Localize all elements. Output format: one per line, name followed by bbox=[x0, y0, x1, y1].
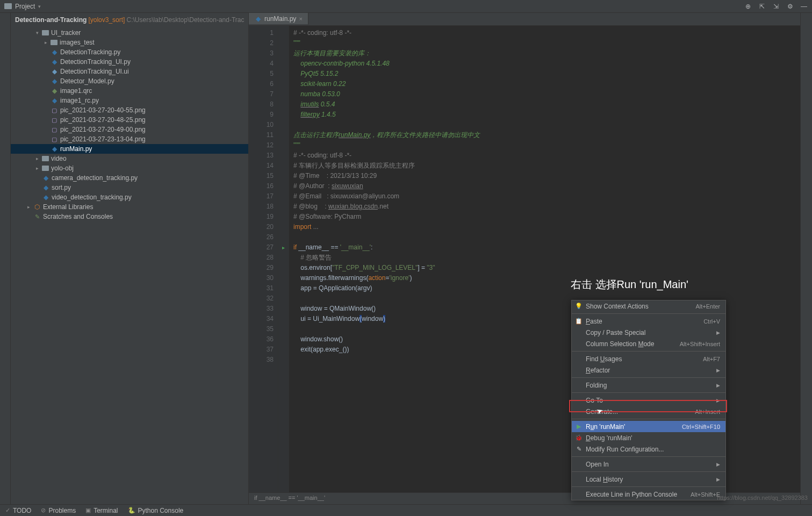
folder-icon bbox=[4, 3, 12, 9]
menu-shortcut: Alt+Shift+Insert bbox=[680, 341, 720, 347]
tree-item-label: DetectionTracking_UI.ui bbox=[60, 68, 129, 75]
tree-item-label: pic_2021-03-27-20-49-00.png bbox=[60, 126, 146, 133]
menu-item[interactable]: Open In▶ bbox=[572, 458, 725, 470]
tree-item[interactable]: pic_2021-03-27-20-40-55.png bbox=[11, 105, 248, 115]
menu-item-label: Open In bbox=[586, 461, 609, 468]
png-icon bbox=[51, 116, 58, 124]
tree-arrow-icon[interactable]: ▸ bbox=[34, 156, 40, 161]
menu-item[interactable]: 📋PasteCtrl+V bbox=[572, 316, 725, 327]
tree-item[interactable]: DetectionTracking_UI.ui bbox=[11, 67, 248, 76]
tree-arrow-icon[interactable]: ▸ bbox=[34, 166, 40, 171]
gear-icon[interactable]: ⚙ bbox=[786, 3, 794, 10]
menu-item[interactable]: ▶Run 'runMain'Ctrl+Shift+F10 bbox=[572, 421, 725, 432]
tree-item[interactable]: pic_2021-03-27-23-13-04.png bbox=[11, 134, 248, 144]
menu-item[interactable]: Column Selection ModeAlt+Shift+Insert bbox=[572, 338, 725, 349]
menu-item[interactable]: Execute Line in Python ConsoleAlt+Shift+… bbox=[572, 489, 725, 500]
tree-item-label: yolo-obj bbox=[51, 164, 74, 172]
tree-item[interactable]: ▾UI_tracker bbox=[11, 28, 248, 38]
tree-item[interactable]: Detector_Model.py bbox=[11, 76, 248, 86]
menu-item-label: Execute Line in Python Console bbox=[586, 491, 677, 498]
menu-item[interactable]: Folding▶ bbox=[572, 379, 725, 391]
project-breadcrumb: Detection-and-Tracking [yolov3_sort] C:\… bbox=[11, 13, 248, 27]
annotation-text: 右击 选择Run 'run_Main' bbox=[571, 277, 688, 292]
tree-item[interactable]: image1.qrc bbox=[11, 86, 248, 96]
menu-item[interactable]: Go To▶ bbox=[572, 395, 725, 406]
menu-item[interactable]: Copy / Paste Special▶ bbox=[572, 327, 725, 338]
collapse-icon[interactable]: ⇲ bbox=[772, 3, 780, 10]
tree-item-label: runMain.py bbox=[60, 145, 92, 153]
tree-item[interactable]: image1_rc.py bbox=[11, 96, 248, 105]
menu-separator bbox=[572, 456, 725, 457]
qrc-icon bbox=[51, 87, 58, 95]
editor-tabs: runMain.py × bbox=[249, 13, 800, 26]
tree-item-label: images_test bbox=[60, 39, 95, 46]
submenu-arrow-icon: ▶ bbox=[716, 368, 720, 373]
menu-item[interactable]: Refactor▶ bbox=[572, 364, 725, 376]
tree-item[interactable]: pic_2021-03-27-20-48-25.png bbox=[11, 115, 248, 125]
menu-item-label: Show Context Actions bbox=[586, 303, 649, 310]
tab-runmain[interactable]: runMain.py × bbox=[249, 13, 308, 25]
tree-item[interactable]: ▸External Libraries bbox=[11, 202, 248, 212]
tree-item[interactable]: runMain.py bbox=[11, 144, 248, 154]
tree-item[interactable]: Scratches and Consoles bbox=[11, 212, 248, 221]
project-tree[interactable]: ▾UI_tracker▸images_testDetectionTracking… bbox=[11, 27, 248, 223]
tree-item-label: pic_2021-03-27-23-13-04.png bbox=[60, 135, 146, 143]
menu-item[interactable]: Find UsagesAlt+F7 bbox=[572, 353, 725, 364]
locate-icon[interactable]: ⊕ bbox=[744, 3, 752, 10]
tree-item[interactable]: sort.py bbox=[11, 183, 248, 192]
lib-icon bbox=[33, 203, 41, 211]
project-label[interactable]: Project bbox=[15, 3, 35, 10]
py-icon bbox=[51, 48, 58, 56]
status-bar: ✓TODO ⊘Problems ▣Terminal 🐍Python Consol… bbox=[0, 504, 812, 516]
menu-separator bbox=[572, 351, 725, 352]
tree-arrow-icon[interactable]: ▸ bbox=[26, 204, 31, 210]
left-sidebar-tabs[interactable] bbox=[0, 13, 11, 504]
py-icon bbox=[51, 58, 58, 66]
menu-item[interactable]: 💡Show Context ActionsAlt+Enter bbox=[572, 300, 725, 312]
menu-item[interactable]: 🐞Debug 'runMain' bbox=[572, 432, 725, 443]
tree-item-label: UI_tracker bbox=[51, 29, 81, 37]
png-icon bbox=[51, 126, 58, 133]
menu-shortcut: Alt+Insert bbox=[695, 408, 720, 415]
tree-item[interactable]: DetectionTracking_UI.py bbox=[11, 57, 248, 67]
tree-item[interactable]: pic_2021-03-27-20-49-00.png bbox=[11, 125, 248, 134]
watermark: https://blog.csdn.net/qq_32892383 bbox=[717, 494, 808, 501]
right-sidebar-tabs[interactable] bbox=[800, 13, 812, 504]
dropdown-icon[interactable]: ▾ bbox=[38, 4, 41, 9]
tree-item[interactable]: ▸yolo-obj bbox=[11, 163, 248, 173]
menu-item-label: Find Usages bbox=[586, 355, 622, 363]
menu-item-label: Folding bbox=[586, 382, 607, 389]
folder-icon bbox=[51, 40, 58, 45]
menu-item-icon: 🐞 bbox=[575, 434, 583, 441]
statusbar-todo[interactable]: ✓TODO bbox=[5, 507, 31, 514]
menu-item-label: Run 'runMain' bbox=[586, 423, 625, 431]
tree-item[interactable]: camera_detection_tracking.py bbox=[11, 173, 248, 183]
py-icon bbox=[51, 97, 58, 104]
tree-item-label: Detector_Model.py bbox=[60, 77, 114, 85]
tree-arrow-icon[interactable]: ▾ bbox=[34, 30, 40, 35]
statusbar-pyconsole[interactable]: 🐍Python Console bbox=[128, 507, 184, 514]
tree-item-label: pic_2021-03-27-20-40-55.png bbox=[60, 106, 146, 114]
tree-item-label: sort.py bbox=[52, 184, 71, 191]
close-icon[interactable]: × bbox=[299, 16, 302, 22]
menu-item[interactable]: ✎Modify Run Configuration... bbox=[572, 443, 725, 455]
menu-separator bbox=[572, 471, 725, 472]
menu-item[interactable]: Local History▶ bbox=[572, 474, 725, 485]
tree-item[interactable]: video_detection_tracking.py bbox=[11, 192, 248, 202]
menu-item-label: Paste bbox=[586, 318, 602, 325]
tree-item[interactable]: ▸video bbox=[11, 154, 248, 163]
tree-item-label: Scratches and Consoles bbox=[43, 213, 113, 220]
statusbar-terminal[interactable]: ▣Terminal bbox=[85, 507, 118, 514]
tree-item[interactable]: DetectionTracking.py bbox=[11, 47, 248, 57]
statusbar-problems[interactable]: ⊘Problems bbox=[41, 507, 76, 514]
tree-arrow-icon[interactable]: ▸ bbox=[43, 40, 48, 45]
py-icon bbox=[42, 174, 49, 182]
tree-item-label: video bbox=[51, 155, 67, 162]
menu-item-label: Modify Run Configuration... bbox=[586, 446, 664, 453]
tree-item[interactable]: ▸images_test bbox=[11, 38, 248, 47]
menu-shortcut: Ctrl+V bbox=[703, 318, 720, 325]
tree-item-label: image1.qrc bbox=[60, 87, 92, 95]
expand-icon[interactable]: ⇱ bbox=[758, 3, 766, 10]
submenu-arrow-icon: ▶ bbox=[716, 462, 720, 467]
minimize-icon[interactable]: — bbox=[800, 3, 808, 10]
